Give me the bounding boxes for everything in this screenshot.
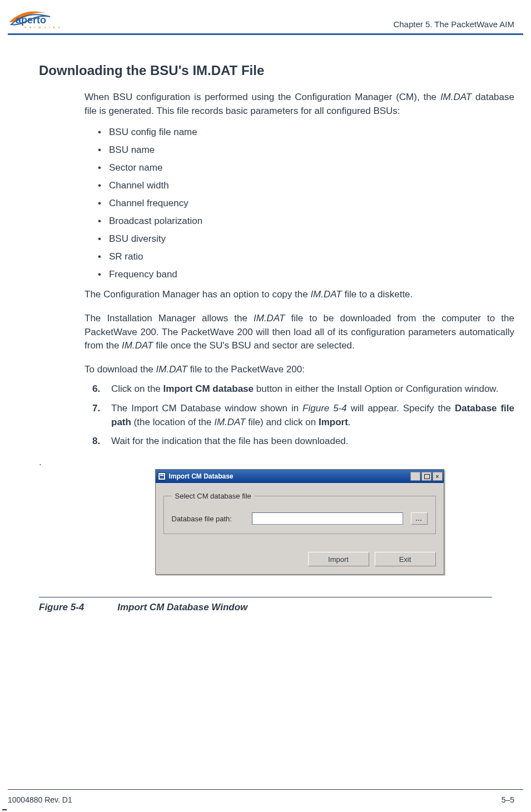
import-cm-database-window: Import CM Database × Select CM database … (155, 469, 444, 575)
list-item: Sector name (98, 159, 514, 177)
list-item: BSU name (98, 141, 514, 159)
content: Downloading the BSU's IM.DAT File When B… (0, 35, 531, 575)
download-intro-paragraph: To download the IM.DAT file to the Packe… (85, 363, 514, 377)
cm-copy-paragraph: The Configuration Manager has an option … (85, 288, 514, 302)
list-item: Channel width (98, 177, 514, 195)
footer-rule (8, 789, 523, 790)
intro-paragraph: When BSU configuration is performed usin… (85, 91, 514, 118)
step-6: 6. Click on the Import CM database butto… (92, 380, 514, 399)
figure-rule (39, 597, 492, 597)
group-legend: Select CM database file (172, 492, 255, 500)
app-icon (158, 472, 166, 480)
stray-dot: . (39, 457, 514, 468)
page-footer: 10004880 Rev. D1 5–5 (8, 795, 514, 804)
window-actions: Import Exit (156, 542, 444, 574)
window-body: Select CM database file Database file pa… (156, 483, 444, 542)
maximize-button[interactable] (421, 472, 431, 481)
step-7: 7. The Import CM Database window shown i… (92, 399, 514, 432)
list-item: Broadcast polarization (98, 212, 514, 230)
figure-label: Figure 5-4 (39, 602, 84, 613)
path-label: Database file path: (172, 515, 244, 523)
select-db-group: Select CM database file Database file pa… (163, 492, 436, 534)
steps-list: 6. Click on the Import CM database butto… (92, 380, 514, 451)
section-title: Downloading the BSU's IM.DAT File (39, 63, 514, 78)
revision-label: 10004880 Rev. D1 (8, 795, 72, 804)
brand-name: aperto (16, 14, 46, 26)
logo-swoosh-icon: aperto n e t w o r k s (8, 6, 63, 29)
list-item: Frequency band (98, 266, 514, 283)
brand-logo: aperto n e t w o r k s (8, 6, 63, 29)
figure-title: Import CM Database Window (117, 602, 247, 613)
exit-button[interactable]: Exit (375, 552, 436, 566)
list-item: Channel frequency (98, 195, 514, 212)
list-item: BSU diversity (98, 230, 514, 248)
body: When BSU configuration is performed usin… (85, 91, 514, 451)
svg-rect-1 (160, 475, 163, 476)
chapter-label: Chapter 5. The PacketWave AIM (393, 19, 514, 29)
browse-button[interactable]: ... (411, 512, 428, 525)
page-number: 5–5 (502, 795, 514, 804)
window-titlebar: Import CM Database × (156, 470, 444, 483)
minimize-button[interactable] (410, 472, 420, 481)
page: aperto n e t w o r k s Chapter 5. The Pa… (0, 0, 531, 812)
list-item: SR ratio (98, 248, 514, 266)
install-manager-paragraph: The Installation Manager allows the IM.D… (85, 312, 514, 353)
database-file-path-input[interactable] (252, 512, 403, 525)
window-title: Import CM Database (169, 472, 234, 480)
list-item: BSU config file name (98, 123, 514, 141)
step-8: 8. Wait for the indication that the file… (92, 432, 514, 451)
brand-sub: n e t w o r k s (24, 26, 61, 29)
close-button[interactable]: × (433, 472, 443, 481)
bullet-list: BSU config file name BSU name Sector nam… (98, 123, 514, 283)
figure-caption: Figure 5-4 Import CM Database Window (0, 602, 531, 613)
import-button[interactable]: Import (308, 552, 369, 566)
figure-5-4: Import CM Database × Select CM database … (85, 469, 514, 575)
page-header: aperto n e t w o r k s Chapter 5. The Pa… (0, 6, 531, 31)
